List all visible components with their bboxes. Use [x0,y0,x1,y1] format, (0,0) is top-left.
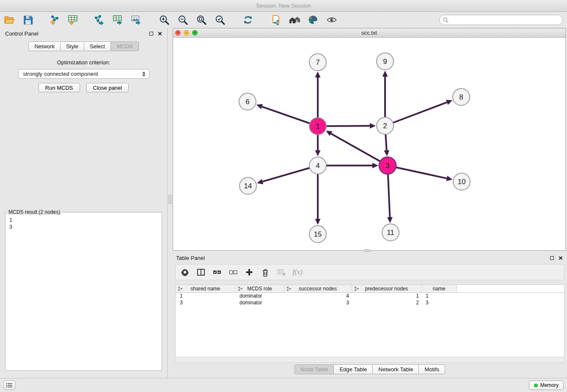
function-builder-button[interactable]: f(x) [292,266,303,278]
zoom-in-button[interactable] [157,13,172,27]
cell-successor-nodes[interactable]: 3 [284,299,352,306]
import-table-button[interactable] [65,13,80,27]
task-list-icon [6,383,13,388]
tab-select[interactable]: Select [84,41,111,51]
close-panel-icon[interactable]: × [158,30,162,37]
add-column-button[interactable] [243,266,255,278]
network-canvas[interactable]: 7968124314101511 [173,38,565,250]
task-history-button[interactable] [3,381,15,390]
status-bar: Memory [0,378,567,392]
run-mcds-button[interactable]: Run MCDS [39,83,80,92]
save-session-button[interactable] [20,13,36,27]
mcds-result-list[interactable]: 1 3 [6,215,162,364]
main-toolbar [0,12,567,28]
tab-node-table[interactable]: Node Table [295,364,334,374]
search-field [439,15,563,25]
cell-mcds-role[interactable]: dominator [235,293,284,299]
tab-network-table[interactable]: Network Table [373,364,419,374]
cell-predecessor-nodes[interactable]: 1 [352,293,421,299]
graph-arrowhead [446,176,452,181]
table-header-row: shared name MCDS role successor nodes pr… [176,285,564,293]
show-hide-details-button[interactable] [324,13,339,27]
zoom-fit-icon [196,14,207,25]
vertical-splitter-handle[interactable] [168,195,172,204]
delete-table-button[interactable] [275,266,287,278]
graph-edge-3-1[interactable] [331,134,388,166]
horizontal-splitter-handle[interactable] [364,249,371,252]
refresh-button[interactable] [240,13,256,27]
tab-style[interactable]: Style [61,41,84,51]
column-header-name[interactable]: name [421,285,457,293]
search-input[interactable] [451,16,562,24]
delete-column-button[interactable] [259,266,271,278]
attribute-icon [286,286,292,291]
graph-node-label: 3 [385,162,389,170]
export-image-button[interactable] [129,13,144,27]
node-table-viewport: shared name MCDS role successor nodes pr… [175,284,564,357]
cell-shared-name[interactable]: 1 [176,293,235,299]
open-file-button[interactable] [2,13,17,27]
search-icon [443,17,449,23]
criterion-selected-value: strongly connected component [23,71,98,77]
import-table-icon [67,14,78,25]
zoom-selected-button[interactable] [212,13,228,27]
optimization-criterion-label: Optimization criterion: [0,59,167,66]
graph-arrowhead [383,71,388,77]
split-panel-button[interactable] [195,266,207,278]
column-header-successor-nodes[interactable]: successor nodes [284,285,352,293]
cell-name[interactable]: 1 [421,293,457,299]
tab-network[interactable]: Network [28,41,61,51]
column-settings-button[interactable] [179,266,191,278]
tab-motifs[interactable]: Motifs [419,364,445,374]
table-horizontal-scrollbar[interactable] [175,357,564,363]
style-palette-icon [308,14,319,25]
attribute-icon [238,286,243,291]
style-palette-button[interactable] [306,13,321,27]
cell-mcds-role[interactable]: dominator [235,299,284,306]
gear-icon [181,268,189,276]
cell-predecessor-nodes[interactable]: 2 [352,299,421,306]
graph-arrowhead [315,72,321,77]
cell-successor-nodes[interactable]: 4 [284,293,352,299]
float-panel-icon[interactable] [550,256,554,260]
float-panel-icon[interactable] [149,32,153,36]
tab-mcds[interactable]: MCDS [111,41,138,51]
trash-icon [261,268,270,277]
export-network-button[interactable] [91,13,107,27]
cell-shared-name[interactable]: 3 [176,299,235,306]
network-window-titlebar[interactable]: × − + scc.txt [173,28,565,38]
graph-edge-2-8[interactable] [385,102,447,126]
mcds-result-value: 1 [9,217,158,224]
graph-node-label: 11 [387,229,394,237]
tab-edge-table[interactable]: Edge Table [334,364,373,374]
close-panel-button[interactable]: Close panel [86,83,129,92]
criterion-select[interactable]: strongly connected component [18,69,149,79]
export-table-button[interactable] [110,13,125,27]
column-header-shared-name[interactable]: shared name [176,285,235,293]
zoom-fit-button[interactable] [194,13,209,27]
import-network-button[interactable] [47,13,62,27]
deselect-all-button[interactable] [227,266,239,278]
apply-style-button[interactable] [268,13,284,27]
home-button[interactable] [287,13,302,27]
table-row[interactable]: 3 dominator 3 2 3 [176,299,564,306]
graph-node-label: 8 [459,93,463,101]
cell-name[interactable]: 3 [421,299,457,306]
eye-icon [326,14,337,25]
delete-table-icon [277,268,286,276]
graph-node-label: 14 [244,182,252,190]
column-header-predecessor-nodes[interactable]: predecessor nodes [352,285,421,293]
select-all-button[interactable] [211,266,223,278]
column-header-filler [457,285,564,293]
graph-node-label: 4 [316,162,319,170]
zoom-in-icon [159,14,170,25]
table-row[interactable]: 1 dominator 4 1 1 [176,293,564,299]
zoom-out-button[interactable] [175,13,190,27]
close-panel-icon[interactable]: × [559,254,563,262]
column-header-mcds-role[interactable]: MCDS role [235,285,284,293]
graph-arrowhead [256,104,263,109]
memory-button[interactable]: Memory [529,381,564,390]
zoom-out-icon [177,14,188,25]
export-table-icon [112,14,123,25]
refresh-icon [242,14,253,25]
